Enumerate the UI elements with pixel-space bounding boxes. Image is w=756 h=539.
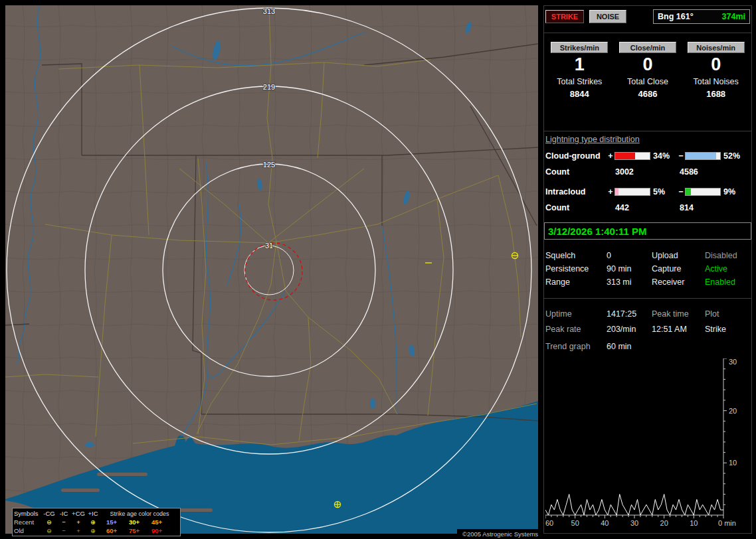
svg-text:10: 10 <box>690 519 698 527</box>
legend-col-pos-cg: +CG <box>71 510 86 517</box>
bearing-label: Bng 161° <box>658 12 694 21</box>
peak-rate-value: 203/min <box>607 325 652 334</box>
intracloud-count-row: Count 442 814 <box>545 202 750 213</box>
legend-col-pos-ic: +IC <box>86 510 100 517</box>
mode-bar: STRIKE NOISE Bng 161° 374mi <box>545 9 750 24</box>
map-canvas: 313 219 125 31 <box>5 5 538 534</box>
noises-per-min-button[interactable]: Noises/min <box>688 42 745 53</box>
bearing-distance: 374mi <box>722 12 745 21</box>
strikes-per-min-value: 1 <box>545 54 614 74</box>
total-close-label: Total Close <box>614 77 682 86</box>
upload-label: Upload <box>652 251 705 260</box>
capture-label: Capture <box>652 264 705 273</box>
ic-negative-count: 814 <box>680 203 694 212</box>
close-per-min-value: 0 <box>614 54 682 74</box>
upload-status: Disabled <box>705 251 750 260</box>
age-60: 60+ <box>100 527 123 534</box>
age-15: 15+ <box>100 518 123 526</box>
close-per-min-button[interactable]: Close/min <box>619 42 676 53</box>
noises-column: Noises/min 0 Total Noises 1688 <box>682 42 750 99</box>
capture-status: Active <box>705 264 750 273</box>
app-window: 313 219 125 31 Symbols -CG -IC +CG +IC S… <box>0 0 756 539</box>
map-view[interactable]: 313 219 125 31 Symbols -CG -IC +CG +IC S… <box>5 5 538 534</box>
age-45: 45+ <box>145 518 168 526</box>
persistence-value: 90 min <box>607 264 652 273</box>
recent-pos-ic-icon: ⊕ <box>86 518 100 526</box>
squelch-label: Squelch <box>545 251 607 260</box>
divider <box>544 33 751 33</box>
total-close-value: 4686 <box>614 89 682 99</box>
trend-graph-label: Trend graph <box>545 342 607 351</box>
age-75: 75+ <box>123 527 145 534</box>
ring-label-219: 219 <box>263 83 275 91</box>
cg-positive-count: 3002 <box>615 167 680 177</box>
squelch-value: 0 <box>607 251 652 260</box>
trend-chart: 6050403020100 min102030 <box>545 358 750 532</box>
cloud-ground-count-row: Count 3002 4586 <box>545 167 750 177</box>
receiver-label: Receiver <box>652 277 705 287</box>
age-30: 30+ <box>123 518 145 526</box>
divider <box>544 131 751 131</box>
legend-row-old: Old <box>14 527 42 534</box>
uptime-label: Uptime <box>545 309 607 319</box>
cg-negative-pct: 52% <box>721 151 747 161</box>
svg-text:30: 30 <box>630 519 638 527</box>
old-pos-ic-icon: ⊕ <box>86 527 100 534</box>
svg-text:50: 50 <box>571 519 579 527</box>
cg-negative-count: 4586 <box>680 167 698 177</box>
svg-text:60: 60 <box>545 519 553 527</box>
bearing-display: Bng 161° 374mi <box>653 9 750 24</box>
recent-pos-cg-icon: + <box>71 518 86 526</box>
ic-negative-bar <box>685 188 721 196</box>
plot-value: Strike <box>705 325 750 334</box>
receiver-status: Enabled <box>705 277 750 287</box>
legend-symbols-title: Symbols <box>14 510 42 517</box>
total-noises-label: Total Noises <box>682 77 750 86</box>
cg-positive-pct: 34% <box>650 151 677 161</box>
peak-time-value: 12:51 AM <box>652 325 705 334</box>
trend-graph-row: Trend graph 60 min <box>545 342 750 351</box>
ic-positive-count: 442 <box>615 203 680 212</box>
svg-text:10: 10 <box>729 459 737 467</box>
rates-section: Strikes/min 1 Total Strikes 8844 Close/m… <box>545 42 750 99</box>
total-noises-value: 1688 <box>682 89 750 99</box>
old-neg-ic-icon: − <box>56 527 71 534</box>
peak-rate-label: Peak rate <box>545 325 607 334</box>
stats-table: Uptime 1417:25 Peak time Plot Peak rate … <box>545 306 750 337</box>
uptime-value: 1417:25 <box>607 309 652 319</box>
ic-negative-pct: 9% <box>721 187 747 196</box>
barrier-island <box>61 489 100 492</box>
ring-label-313: 313 <box>263 7 275 15</box>
recent-neg-cg-icon: ⊖ <box>42 518 56 526</box>
count-label: Count <box>545 167 615 177</box>
peak-time-label: Peak time <box>652 309 705 319</box>
svg-text:0 min: 0 min <box>718 519 736 527</box>
strike-mode-button[interactable]: STRIKE <box>545 10 584 23</box>
plus-sign: + <box>607 187 614 196</box>
map-legend: Symbols -CG -IC +CG +IC Strike age color… <box>12 508 181 536</box>
timestamp: 3/12/2026 1:40:11 PM <box>548 226 646 237</box>
plot-label: Plot <box>705 309 750 319</box>
ring-label-125: 125 <box>263 161 275 169</box>
strikes-column: Strikes/min 1 Total Strikes 8844 <box>545 42 614 99</box>
minus-sign: − <box>677 187 685 196</box>
ic-positive-bar <box>614 188 650 196</box>
cloud-ground-row: Cloud-ground + 34% − 52% <box>545 151 750 161</box>
count-label: Count <box>545 203 615 212</box>
noises-per-min-value: 0 <box>682 54 750 74</box>
svg-text:40: 40 <box>601 519 609 527</box>
legend-col-neg-cg: -CG <box>42 510 56 517</box>
ring-label-31: 31 <box>265 242 273 250</box>
cloud-ground-label: Cloud-ground <box>545 151 607 161</box>
strikes-per-min-button[interactable]: Strikes/min <box>551 42 608 53</box>
total-strikes-label: Total Strikes <box>545 77 614 86</box>
recent-neg-ic-icon: − <box>56 518 71 526</box>
intracloud-label: Intracloud <box>545 187 607 196</box>
legend-col-neg-ic: -IC <box>56 510 71 517</box>
right-panel: STRIKE NOISE Bng 161° 374mi Strikes/min … <box>543 5 752 534</box>
copyright-label: ©2005 Astrogenic Systems <box>457 529 543 538</box>
distribution-title: Lightning type distribution <box>545 135 750 144</box>
trend-chart-canvas: 6050403020100 min102030 <box>545 358 751 532</box>
range-label: Range <box>545 277 607 287</box>
noise-mode-button[interactable]: NOISE <box>589 10 626 23</box>
